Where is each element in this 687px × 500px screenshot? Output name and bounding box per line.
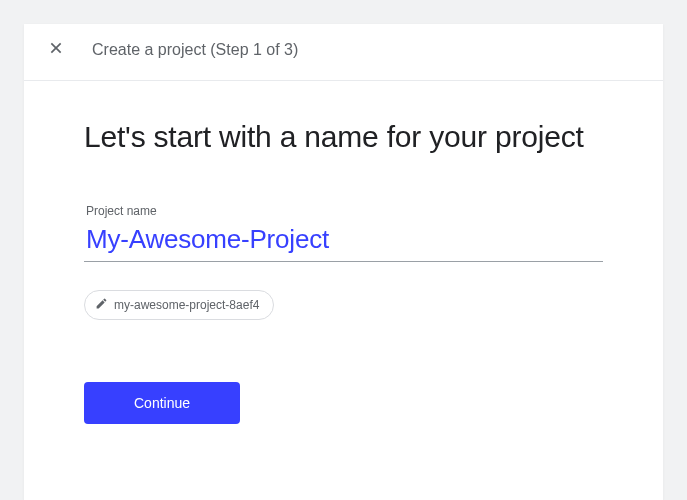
close-icon: [48, 40, 64, 60]
project-id-text: my-awesome-project-8aef4: [114, 298, 259, 312]
modal-title: Create a project (Step 1 of 3): [92, 41, 298, 59]
close-button[interactable]: [44, 38, 68, 62]
continue-button[interactable]: Continue: [84, 382, 240, 424]
project-name-label: Project name: [84, 204, 603, 218]
page-heading: Let's start with a name for your project: [84, 117, 603, 158]
project-name-input[interactable]: [84, 220, 603, 262]
create-project-modal: Create a project (Step 1 of 3) Let's sta…: [24, 24, 663, 500]
pencil-icon: [95, 296, 108, 314]
project-id-chip[interactable]: my-awesome-project-8aef4: [84, 290, 274, 320]
modal-header: Create a project (Step 1 of 3): [24, 24, 663, 81]
modal-content: Let's start with a name for your project…: [24, 81, 663, 424]
